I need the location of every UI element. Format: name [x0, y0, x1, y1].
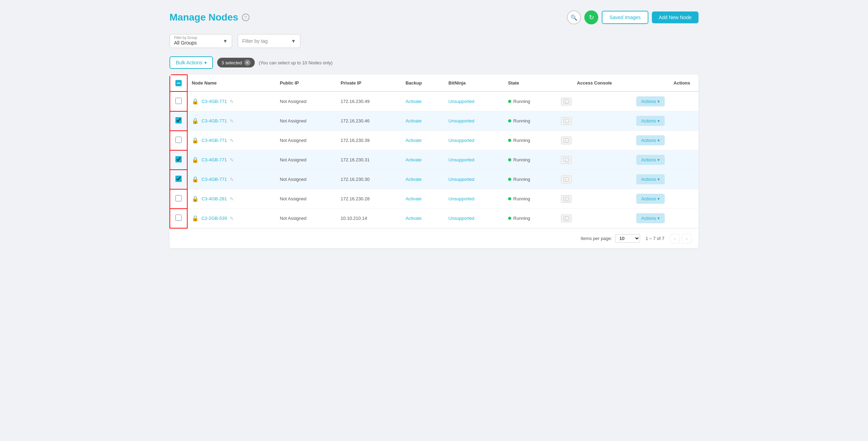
row-backup-7[interactable]: Activate: [401, 209, 444, 228]
bitninja-link-1[interactable]: Unsupported: [449, 99, 474, 104]
row-checkbox-7[interactable]: [175, 215, 182, 221]
row-actions-6[interactable]: Actions ▾: [632, 189, 699, 209]
row-checkbox-2[interactable]: [175, 117, 182, 123]
backup-activate-link-4[interactable]: Activate: [405, 157, 421, 162]
clear-selection-button[interactable]: ✕: [244, 59, 251, 66]
backup-activate-link-5[interactable]: Activate: [405, 177, 421, 182]
row-actions-4[interactable]: Actions ▾: [632, 150, 699, 170]
edit-icon-2[interactable]: ✎: [230, 118, 234, 124]
bitninja-link-5[interactable]: Unsupported: [449, 177, 474, 182]
row-backup-1[interactable]: Activate: [401, 91, 444, 111]
actions-button-6[interactable]: Actions ▾: [636, 194, 665, 204]
console-icon-7[interactable]: >_: [561, 215, 571, 222]
node-link-7[interactable]: C2-2GB-539: [202, 216, 227, 221]
console-icon-5[interactable]: >_: [561, 176, 571, 183]
console-icon-4[interactable]: >_: [561, 156, 571, 164]
backup-activate-link-2[interactable]: Activate: [405, 118, 421, 123]
row-console-2[interactable]: >_: [557, 111, 632, 131]
edit-icon-5[interactable]: ✎: [230, 177, 234, 182]
bitninja-link-4[interactable]: Unsupported: [449, 157, 474, 162]
row-checkbox-5[interactable]: [175, 176, 182, 182]
actions-button-2[interactable]: Actions ▾: [636, 116, 665, 126]
saved-images-button[interactable]: Saved Images: [602, 11, 648, 24]
console-icon-1[interactable]: >_: [561, 98, 571, 105]
bitninja-link-2[interactable]: Unsupported: [449, 118, 474, 123]
group-filter[interactable]: Filter by Group All Groups ▼: [169, 34, 232, 48]
row-checkbox-4[interactable]: [175, 156, 182, 162]
row-checkbox-cell-2[interactable]: [170, 111, 187, 131]
row-backup-3[interactable]: Activate: [401, 131, 444, 150]
add-node-button[interactable]: Add New Node: [652, 11, 699, 23]
actions-button-4[interactable]: Actions ▾: [636, 155, 665, 165]
console-icon-2[interactable]: >_: [561, 117, 571, 125]
row-checkbox-cell-5[interactable]: [170, 170, 187, 189]
row-actions-2[interactable]: Actions ▾: [632, 111, 699, 131]
actions-button-3[interactable]: Actions ▾: [636, 135, 665, 145]
node-link-3[interactable]: C3-4GB-771: [202, 138, 227, 143]
per-page-select-wrapper[interactable]: 10 25 50 100: [615, 234, 640, 243]
actions-button-7[interactable]: Actions ▾: [636, 213, 665, 223]
actions-button-5[interactable]: Actions ▾: [636, 174, 665, 184]
backup-activate-link-1[interactable]: Activate: [405, 99, 421, 104]
node-link-2[interactable]: C3-4GB-771: [202, 118, 227, 123]
bulk-actions-button[interactable]: Bulk Actions ▾: [169, 56, 213, 69]
row-console-6[interactable]: >_: [557, 189, 632, 209]
row-bitninja-7[interactable]: Unsupported: [444, 209, 504, 228]
edit-icon-3[interactable]: ✎: [230, 138, 234, 143]
prev-page-button[interactable]: ‹: [670, 234, 680, 243]
row-actions-5[interactable]: Actions ▾: [632, 170, 699, 189]
row-bitninja-2[interactable]: Unsupported: [444, 111, 504, 131]
tag-filter[interactable]: Filter by tag ▼: [238, 34, 300, 48]
row-checkbox-3[interactable]: [175, 137, 182, 143]
row-console-1[interactable]: >_: [557, 91, 632, 111]
node-link-5[interactable]: C3-4GB-771: [202, 177, 227, 182]
row-bitninja-4[interactable]: Unsupported: [444, 150, 504, 170]
search-button[interactable]: 🔍: [567, 10, 581, 24]
per-page-select[interactable]: 10 25 50 100: [615, 234, 640, 243]
row-bitninja-6[interactable]: Unsupported: [444, 189, 504, 209]
row-checkbox-cell-1[interactable]: [170, 91, 187, 111]
row-actions-7[interactable]: Actions ▾: [632, 209, 699, 228]
row-checkbox-cell-3[interactable]: [170, 131, 187, 150]
bitninja-link-6[interactable]: Unsupported: [449, 196, 474, 201]
row-bitninja-5[interactable]: Unsupported: [444, 170, 504, 189]
backup-activate-link-7[interactable]: Activate: [405, 216, 421, 221]
edit-icon-4[interactable]: ✎: [230, 157, 234, 163]
console-icon-6[interactable]: >_: [561, 195, 571, 203]
row-actions-1[interactable]: Actions ▾: [632, 91, 699, 111]
next-page-button[interactable]: ›: [682, 234, 692, 243]
row-checkbox-cell-7[interactable]: [170, 209, 187, 228]
select-all-icon[interactable]: [175, 80, 182, 86]
select-all-header[interactable]: [170, 75, 187, 91]
row-checkbox-1[interactable]: [175, 98, 182, 104]
row-console-3[interactable]: >_: [557, 131, 632, 150]
row-backup-4[interactable]: Activate: [401, 150, 444, 170]
help-icon[interactable]: ?: [242, 14, 250, 21]
bitninja-link-7[interactable]: Unsupported: [449, 216, 474, 221]
backup-activate-link-3[interactable]: Activate: [405, 138, 421, 143]
row-checkbox-cell-6[interactable]: [170, 189, 187, 209]
row-bitninja-3[interactable]: Unsupported: [444, 131, 504, 150]
edit-icon-6[interactable]: ✎: [230, 196, 234, 202]
refresh-button[interactable]: ↻: [584, 10, 598, 24]
node-link-4[interactable]: C3-4GB-771: [202, 157, 227, 162]
node-link-1[interactable]: C3-4GB-771: [202, 99, 227, 104]
edit-icon-7[interactable]: ✎: [230, 216, 234, 221]
row-backup-2[interactable]: Activate: [401, 111, 444, 131]
row-console-7[interactable]: >_: [557, 209, 632, 228]
bitninja-link-3[interactable]: Unsupported: [449, 138, 474, 143]
row-checkbox-6[interactable]: [175, 195, 182, 201]
row-console-5[interactable]: >_: [557, 170, 632, 189]
backup-activate-link-6[interactable]: Activate: [405, 196, 421, 201]
row-actions-3[interactable]: Actions ▾: [632, 131, 699, 150]
row-backup-6[interactable]: Activate: [401, 189, 444, 209]
lock-icon-5: 🔒: [192, 176, 199, 183]
node-link-6[interactable]: C3-4GB-281: [202, 196, 227, 201]
console-icon-3[interactable]: >_: [561, 137, 571, 144]
edit-icon-1[interactable]: ✎: [230, 99, 234, 104]
row-bitninja-1[interactable]: Unsupported: [444, 91, 504, 111]
row-console-4[interactable]: >_: [557, 150, 632, 170]
row-backup-5[interactable]: Activate: [401, 170, 444, 189]
row-checkbox-cell-4[interactable]: [170, 150, 187, 170]
actions-button-1[interactable]: Actions ▾: [636, 96, 665, 106]
